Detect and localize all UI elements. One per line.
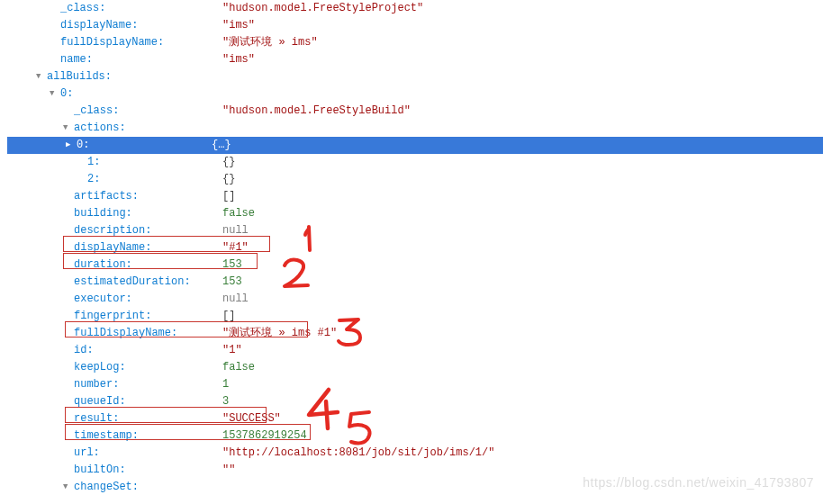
json-value: 3 xyxy=(222,393,229,410)
json-row[interactable]: ▼0: xyxy=(18,86,823,103)
json-key: fingerprint: xyxy=(74,308,222,325)
json-key: keepLog: xyxy=(74,359,222,376)
json-row[interactable]: name:"ims" xyxy=(18,51,823,68)
json-row[interactable]: building:false xyxy=(18,205,823,222)
json-row[interactable]: duration:153 xyxy=(18,256,823,274)
chevron-down-icon[interactable]: ▼ xyxy=(63,120,72,137)
json-value: {} xyxy=(222,154,235,171)
json-key: id: xyxy=(74,342,222,359)
json-key: displayName: xyxy=(60,17,222,34)
json-row[interactable]: displayName:"ims" xyxy=(18,17,823,34)
json-row[interactable]: displayName:"#1" xyxy=(18,239,823,256)
json-value: "" xyxy=(222,462,235,479)
json-row[interactable]: fullDisplayName:"测试环境 » ims" xyxy=(18,34,823,51)
json-value: 153 xyxy=(222,256,242,274)
json-value: "http://localhost:8081/job/sit/job/ims/1… xyxy=(222,445,494,462)
json-row[interactable]: ▼allBuilds: xyxy=(18,68,823,86)
json-row[interactable]: id:"1" xyxy=(18,342,823,359)
chevron-down-icon[interactable]: ▼ xyxy=(63,479,72,496)
json-row[interactable]: number:1 xyxy=(18,376,823,393)
json-value: "SUCCESS" xyxy=(222,410,281,428)
json-value: {…} xyxy=(212,137,231,154)
json-row[interactable]: 1:{} xyxy=(18,154,823,171)
json-row[interactable]: ▼actions: xyxy=(18,120,823,137)
json-value: 1537862919254 xyxy=(222,428,307,445)
json-tree: _class:"hudson.model.FreeStyleProject"di… xyxy=(0,0,823,496)
json-value: "测试环境 » ims #1" xyxy=(222,325,337,342)
json-row[interactable]: 2:{} xyxy=(18,171,823,188)
json-row[interactable]: _class:"hudson.model.FreeStyleBuild" xyxy=(18,103,823,120)
json-row[interactable]: artifacts:[] xyxy=(18,188,823,205)
json-value: "ims" xyxy=(222,51,255,68)
json-key: 2: xyxy=(87,171,222,188)
json-row[interactable]: fingerprint:[] xyxy=(18,308,823,325)
json-key: _class: xyxy=(74,103,222,120)
json-row[interactable]: result:"SUCCESS" xyxy=(18,410,823,428)
json-row[interactable]: estimatedDuration:153 xyxy=(18,274,823,291)
json-key: timestamp: xyxy=(74,428,222,445)
json-row[interactable]: keepLog:false xyxy=(18,359,823,376)
json-key: number: xyxy=(74,376,222,393)
json-value: null xyxy=(222,222,249,239)
json-value: {} xyxy=(222,171,235,188)
json-value: false xyxy=(222,359,255,376)
json-key: fullDisplayName: xyxy=(74,325,222,342)
json-key: duration: xyxy=(74,256,222,274)
json-key: fullDisplayName: xyxy=(60,34,222,51)
json-row[interactable]: queueId:3 xyxy=(18,393,823,410)
json-key: description: xyxy=(74,222,222,239)
json-value: "hudson.model.FreeStyleProject" xyxy=(222,0,423,17)
json-value: "测试环境 » ims" xyxy=(222,34,318,51)
json-key: 1: xyxy=(87,154,222,171)
chevron-right-icon[interactable]: ▶ xyxy=(66,137,75,154)
json-key: 0: xyxy=(60,86,222,103)
json-row[interactable]: timestamp:1537862919254 xyxy=(18,428,823,445)
json-key: allBuilds: xyxy=(47,68,209,86)
json-value: null xyxy=(222,291,249,308)
json-value: "hudson.model.FreeStyleBuild" xyxy=(222,103,411,120)
json-key: name: xyxy=(60,51,222,68)
json-key: 0: xyxy=(77,137,212,154)
json-key: actions: xyxy=(74,120,222,137)
json-row[interactable]: executor:null xyxy=(18,291,823,308)
json-value: 153 xyxy=(222,274,242,291)
json-key: estimatedDuration: xyxy=(74,274,222,291)
json-key: changeSet: xyxy=(74,479,222,496)
json-row[interactable]: ▶0:{…} xyxy=(7,137,823,154)
json-value: 1 xyxy=(222,376,229,393)
chevron-down-icon[interactable]: ▼ xyxy=(50,86,59,103)
json-value: "1" xyxy=(222,342,242,359)
json-row[interactable]: description:null xyxy=(18,222,823,239)
json-value: [] xyxy=(222,188,235,205)
json-value: "#1" xyxy=(222,239,249,256)
json-key: builtOn: xyxy=(74,462,222,479)
json-row[interactable]: fullDisplayName:"测试环境 » ims #1" xyxy=(18,325,823,342)
json-key: _class: xyxy=(60,0,222,17)
json-row[interactable]: _class:"hudson.model.FreeStyleProject" xyxy=(18,0,823,17)
chevron-down-icon[interactable]: ▼ xyxy=(36,68,45,86)
json-key: artifacts: xyxy=(74,188,222,205)
json-key: queueId: xyxy=(74,393,222,410)
json-key: executor: xyxy=(74,291,222,308)
json-value: [] xyxy=(222,308,235,325)
json-row[interactable]: url:"http://localhost:8081/job/sit/job/i… xyxy=(18,445,823,462)
json-key: displayName: xyxy=(74,239,222,256)
json-key: url: xyxy=(74,445,222,462)
json-key: result: xyxy=(74,410,222,428)
json-value: "ims" xyxy=(222,17,255,34)
watermark-text: https://blog.csdn.net/weixin_41793807 xyxy=(583,474,814,491)
json-value: false xyxy=(222,205,255,222)
json-key: building: xyxy=(74,205,222,222)
